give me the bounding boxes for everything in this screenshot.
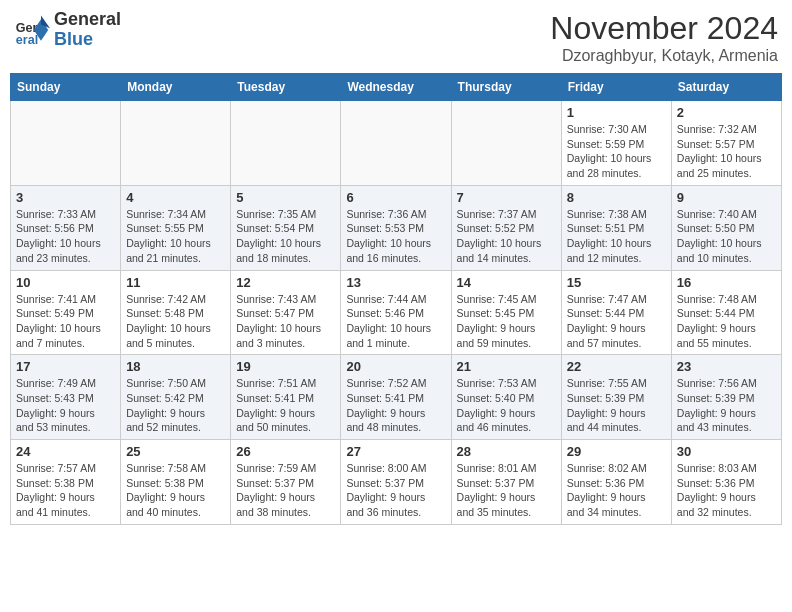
day-number: 26 (236, 444, 335, 459)
day-number: 12 (236, 275, 335, 290)
calendar-day-20: 20Sunrise: 7:52 AM Sunset: 5:41 PM Dayli… (341, 355, 451, 440)
calendar-day-19: 19Sunrise: 7:51 AM Sunset: 5:41 PM Dayli… (231, 355, 341, 440)
calendar-day-empty (11, 101, 121, 186)
day-info: Sunrise: 7:38 AM Sunset: 5:51 PM Dayligh… (567, 207, 666, 266)
calendar-day-1: 1Sunrise: 7:30 AM Sunset: 5:59 PM Daylig… (561, 101, 671, 186)
calendar-day-empty (121, 101, 231, 186)
day-info: Sunrise: 8:00 AM Sunset: 5:37 PM Dayligh… (346, 461, 445, 520)
day-number: 11 (126, 275, 225, 290)
title-block: November 2024 Dzoraghbyur, Kotayk, Armen… (550, 10, 778, 65)
day-info: Sunrise: 7:42 AM Sunset: 5:48 PM Dayligh… (126, 292, 225, 351)
calendar-week-row: 24Sunrise: 7:57 AM Sunset: 5:38 PM Dayli… (11, 440, 782, 525)
day-info: Sunrise: 7:57 AM Sunset: 5:38 PM Dayligh… (16, 461, 115, 520)
calendar-week-row: 3Sunrise: 7:33 AM Sunset: 5:56 PM Daylig… (11, 185, 782, 270)
calendar-day-26: 26Sunrise: 7:59 AM Sunset: 5:37 PM Dayli… (231, 440, 341, 525)
weekday-header-friday: Friday (561, 74, 671, 101)
day-info: Sunrise: 8:02 AM Sunset: 5:36 PM Dayligh… (567, 461, 666, 520)
day-number: 21 (457, 359, 556, 374)
day-info: Sunrise: 7:36 AM Sunset: 5:53 PM Dayligh… (346, 207, 445, 266)
calendar-week-row: 10Sunrise: 7:41 AM Sunset: 5:49 PM Dayli… (11, 270, 782, 355)
calendar-day-25: 25Sunrise: 7:58 AM Sunset: 5:38 PM Dayli… (121, 440, 231, 525)
calendar-day-6: 6Sunrise: 7:36 AM Sunset: 5:53 PM Daylig… (341, 185, 451, 270)
day-info: Sunrise: 7:37 AM Sunset: 5:52 PM Dayligh… (457, 207, 556, 266)
day-info: Sunrise: 7:58 AM Sunset: 5:38 PM Dayligh… (126, 461, 225, 520)
calendar-day-5: 5Sunrise: 7:35 AM Sunset: 5:54 PM Daylig… (231, 185, 341, 270)
day-number: 16 (677, 275, 776, 290)
calendar-week-row: 1Sunrise: 7:30 AM Sunset: 5:59 PM Daylig… (11, 101, 782, 186)
day-number: 7 (457, 190, 556, 205)
day-number: 6 (346, 190, 445, 205)
svg-text:eral: eral (16, 33, 38, 47)
day-number: 9 (677, 190, 776, 205)
day-info: Sunrise: 7:32 AM Sunset: 5:57 PM Dayligh… (677, 122, 776, 181)
calendar-day-16: 16Sunrise: 7:48 AM Sunset: 5:44 PM Dayli… (671, 270, 781, 355)
day-number: 5 (236, 190, 335, 205)
day-number: 17 (16, 359, 115, 374)
day-info: Sunrise: 7:35 AM Sunset: 5:54 PM Dayligh… (236, 207, 335, 266)
calendar-day-14: 14Sunrise: 7:45 AM Sunset: 5:45 PM Dayli… (451, 270, 561, 355)
weekday-header-wednesday: Wednesday (341, 74, 451, 101)
day-info: Sunrise: 7:43 AM Sunset: 5:47 PM Dayligh… (236, 292, 335, 351)
weekday-header-monday: Monday (121, 74, 231, 101)
calendar-day-24: 24Sunrise: 7:57 AM Sunset: 5:38 PM Dayli… (11, 440, 121, 525)
day-number: 2 (677, 105, 776, 120)
weekday-header-row: SundayMondayTuesdayWednesdayThursdayFrid… (11, 74, 782, 101)
logo-general-text: General (54, 9, 121, 29)
day-info: Sunrise: 7:33 AM Sunset: 5:56 PM Dayligh… (16, 207, 115, 266)
day-number: 27 (346, 444, 445, 459)
day-info: Sunrise: 7:47 AM Sunset: 5:44 PM Dayligh… (567, 292, 666, 351)
calendar-day-27: 27Sunrise: 8:00 AM Sunset: 5:37 PM Dayli… (341, 440, 451, 525)
day-number: 4 (126, 190, 225, 205)
month-title: November 2024 (550, 10, 778, 47)
day-number: 3 (16, 190, 115, 205)
calendar-table: SundayMondayTuesdayWednesdayThursdayFrid… (10, 73, 782, 525)
weekday-header-thursday: Thursday (451, 74, 561, 101)
weekday-header-sunday: Sunday (11, 74, 121, 101)
day-info: Sunrise: 7:52 AM Sunset: 5:41 PM Dayligh… (346, 376, 445, 435)
day-number: 15 (567, 275, 666, 290)
calendar-day-22: 22Sunrise: 7:55 AM Sunset: 5:39 PM Dayli… (561, 355, 671, 440)
calendar-day-7: 7Sunrise: 7:37 AM Sunset: 5:52 PM Daylig… (451, 185, 561, 270)
calendar-day-empty (231, 101, 341, 186)
calendar-day-10: 10Sunrise: 7:41 AM Sunset: 5:49 PM Dayli… (11, 270, 121, 355)
calendar-day-28: 28Sunrise: 8:01 AM Sunset: 5:37 PM Dayli… (451, 440, 561, 525)
calendar-day-15: 15Sunrise: 7:47 AM Sunset: 5:44 PM Dayli… (561, 270, 671, 355)
day-info: Sunrise: 7:44 AM Sunset: 5:46 PM Dayligh… (346, 292, 445, 351)
day-number: 19 (236, 359, 335, 374)
calendar-day-21: 21Sunrise: 7:53 AM Sunset: 5:40 PM Dayli… (451, 355, 561, 440)
location-title: Dzoraghbyur, Kotayk, Armenia (550, 47, 778, 65)
day-number: 1 (567, 105, 666, 120)
day-info: Sunrise: 8:03 AM Sunset: 5:36 PM Dayligh… (677, 461, 776, 520)
day-info: Sunrise: 7:40 AM Sunset: 5:50 PM Dayligh… (677, 207, 776, 266)
calendar-day-29: 29Sunrise: 8:02 AM Sunset: 5:36 PM Dayli… (561, 440, 671, 525)
calendar-day-18: 18Sunrise: 7:50 AM Sunset: 5:42 PM Dayli… (121, 355, 231, 440)
day-number: 23 (677, 359, 776, 374)
calendar-day-2: 2Sunrise: 7:32 AM Sunset: 5:57 PM Daylig… (671, 101, 781, 186)
calendar-day-3: 3Sunrise: 7:33 AM Sunset: 5:56 PM Daylig… (11, 185, 121, 270)
calendar-day-13: 13Sunrise: 7:44 AM Sunset: 5:46 PM Dayli… (341, 270, 451, 355)
logo: Gen eral General Blue (14, 10, 121, 50)
day-info: Sunrise: 7:53 AM Sunset: 5:40 PM Dayligh… (457, 376, 556, 435)
calendar-day-4: 4Sunrise: 7:34 AM Sunset: 5:55 PM Daylig… (121, 185, 231, 270)
calendar-day-8: 8Sunrise: 7:38 AM Sunset: 5:51 PM Daylig… (561, 185, 671, 270)
day-number: 20 (346, 359, 445, 374)
day-info: Sunrise: 7:56 AM Sunset: 5:39 PM Dayligh… (677, 376, 776, 435)
day-number: 13 (346, 275, 445, 290)
day-info: Sunrise: 7:50 AM Sunset: 5:42 PM Dayligh… (126, 376, 225, 435)
day-number: 8 (567, 190, 666, 205)
calendar-day-12: 12Sunrise: 7:43 AM Sunset: 5:47 PM Dayli… (231, 270, 341, 355)
day-number: 18 (126, 359, 225, 374)
day-number: 10 (16, 275, 115, 290)
day-info: Sunrise: 7:45 AM Sunset: 5:45 PM Dayligh… (457, 292, 556, 351)
day-number: 30 (677, 444, 776, 459)
day-number: 24 (16, 444, 115, 459)
calendar-day-11: 11Sunrise: 7:42 AM Sunset: 5:48 PM Dayli… (121, 270, 231, 355)
calendar-week-row: 17Sunrise: 7:49 AM Sunset: 5:43 PM Dayli… (11, 355, 782, 440)
day-info: Sunrise: 7:41 AM Sunset: 5:49 PM Dayligh… (16, 292, 115, 351)
day-info: Sunrise: 7:49 AM Sunset: 5:43 PM Dayligh… (16, 376, 115, 435)
day-info: Sunrise: 7:59 AM Sunset: 5:37 PM Dayligh… (236, 461, 335, 520)
logo-icon: Gen eral (14, 12, 50, 48)
day-info: Sunrise: 7:51 AM Sunset: 5:41 PM Dayligh… (236, 376, 335, 435)
logo-blue-text: Blue (54, 29, 93, 49)
day-info: Sunrise: 7:48 AM Sunset: 5:44 PM Dayligh… (677, 292, 776, 351)
